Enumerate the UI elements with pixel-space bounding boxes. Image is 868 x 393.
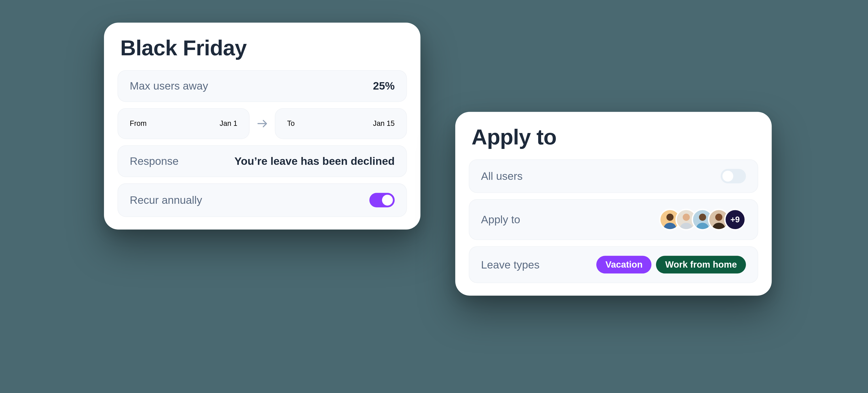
response-value: You’re leave has been declined	[235, 155, 395, 168]
to-value: Jan 15	[373, 119, 395, 128]
date-range-group: From Jan 1 To Jan 15	[118, 108, 407, 139]
max-users-away-value: 25%	[373, 80, 395, 92]
blackout-period-card: Black Friday Max users away 25% From Jan…	[104, 23, 421, 229]
max-users-away-row[interactable]: Max users away 25%	[118, 70, 407, 102]
to-label: To	[287, 119, 295, 128]
response-row[interactable]: Response You’re leave has been declined	[118, 145, 407, 177]
all-users-label: All users	[481, 170, 523, 183]
to-date-field[interactable]: To Jan 15	[275, 108, 407, 139]
toggle-knob	[722, 171, 734, 181]
svg-point-2	[666, 214, 674, 221]
all-users-toggle[interactable]	[721, 169, 746, 184]
response-label: Response	[130, 155, 179, 168]
card-title: Black Friday	[118, 35, 407, 60]
all-users-row: All users	[469, 160, 758, 193]
apply-to-card: Apply to All users Apply to	[455, 112, 772, 296]
from-label: From	[130, 119, 147, 128]
apply-to-label: Apply to	[481, 213, 520, 226]
from-value: Jan 1	[220, 119, 237, 128]
recur-annually-row: Recur annually	[118, 184, 407, 217]
leave-types-row[interactable]: Leave types Vacation Work from home	[469, 246, 758, 283]
toggle-knob	[382, 195, 393, 205]
svg-point-8	[715, 214, 722, 221]
leave-type-chip[interactable]: Vacation	[596, 256, 652, 274]
recur-annually-label: Recur annually	[130, 194, 202, 206]
leave-type-chips: Vacation Work from home	[596, 256, 746, 274]
svg-point-4	[683, 214, 690, 221]
svg-point-6	[699, 214, 706, 221]
avatar-stack: +9	[659, 209, 746, 230]
avatar-overflow-badge[interactable]: +9	[724, 209, 746, 230]
max-users-away-label: Max users away	[130, 80, 208, 92]
card-title: Apply to	[469, 124, 758, 149]
apply-to-users-row[interactable]: Apply to +9	[469, 199, 758, 240]
recur-annually-toggle[interactable]	[369, 193, 395, 207]
leave-type-chip[interactable]: Work from home	[656, 256, 746, 274]
from-date-field[interactable]: From Jan 1	[118, 108, 250, 139]
leave-types-label: Leave types	[481, 258, 539, 271]
arrow-right-icon	[256, 117, 269, 130]
